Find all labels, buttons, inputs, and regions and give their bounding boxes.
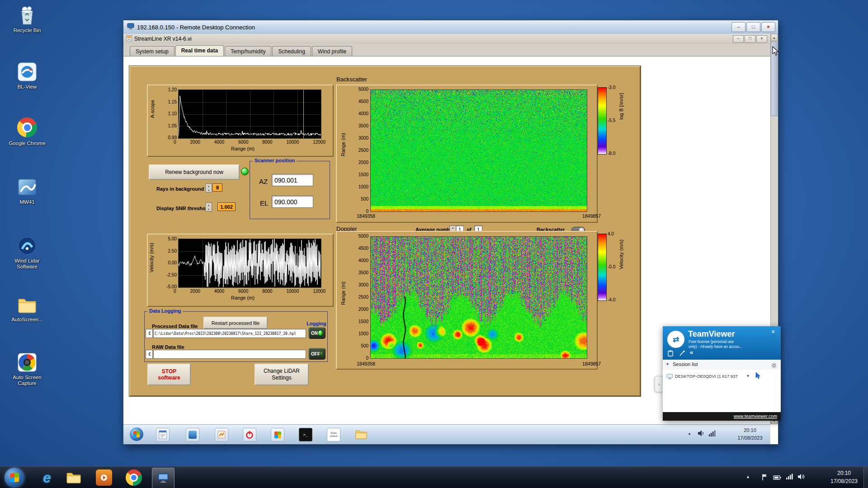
raw-logging-toggle[interactable]: OFF: [308, 348, 326, 360]
app-restore-button[interactable]: □: [745, 35, 755, 43]
app-close-button[interactable]: ×: [756, 35, 767, 43]
tab-strip: System setup Real time data Temp/humidit…: [123, 44, 778, 56]
desktop-icon-wind-lidar[interactable]: Wind Lidar Software: [6, 235, 48, 270]
logging-label: Logging: [307, 321, 326, 326]
data-logging-group: Data Logging Processed Data file Restart…: [144, 311, 328, 362]
start-button[interactable]: [5, 468, 24, 488]
host-taskbar: e ▲ 20:10 17/: [0, 466, 868, 488]
scanner-position-title: Scanner position: [253, 158, 297, 163]
teamviewer-session-list-row[interactable]: ▾ Session list: [663, 360, 781, 370]
ascope-xlabel: Range (m): [207, 146, 279, 151]
teamviewer-brand: TeamViewer: [688, 329, 735, 339]
teamviewer-close-icon[interactable]: ×: [771, 328, 775, 335]
backscatter-colorbar-label: log B [/m/sr]: [618, 93, 624, 120]
session-entry-label[interactable]: DESKTOP-OE0QDVI (1 817 937: [675, 374, 738, 379]
taskbar-chrome-icon[interactable]: [126, 469, 142, 486]
change-lidar-settings-button[interactable]: Change LiDAR Settings: [255, 364, 309, 385]
taskbar-clock[interactable]: 20:10 17/08/2023: [824, 469, 864, 485]
scanner-position-group: Scanner position AZ 090.001 EL 090.000: [250, 161, 330, 219]
tab-real-time-data[interactable]: Real time data: [175, 45, 224, 56]
rays-stepper[interactable]: ▲▼: [205, 183, 212, 192]
tray-network-icon[interactable]: [786, 474, 793, 482]
tab-scheduling[interactable]: Scheduling: [272, 46, 311, 56]
tray-flag-icon[interactable]: [761, 474, 768, 483]
velocity-yticks: 5.002.500.00-2.50-5.00: [160, 236, 177, 289]
el-value[interactable]: 090.000: [272, 196, 313, 208]
taskbar-rdp-active-button[interactable]: [152, 468, 175, 488]
rdp-close-button[interactable]: ×: [761, 22, 775, 32]
tick-label: 3500: [359, 123, 368, 128]
data-logging-title: Data Logging: [147, 308, 183, 314]
app-title: StreamLine XR v14-6.vi: [134, 36, 192, 42]
remote-tray-volume-icon[interactable]: [698, 430, 705, 439]
tick-label: 6000: [238, 289, 248, 294]
processed-drive-box[interactable]: C: [146, 329, 153, 338]
teamviewer-collapse-icons[interactable]: «: [690, 349, 693, 356]
teamviewer-collapse-tab[interactable]: ›: [655, 376, 663, 392]
tick-label: 4500: [359, 99, 368, 104]
remote-start-button[interactable]: [130, 427, 143, 441]
renew-background-button[interactable]: Renew background now: [149, 164, 240, 180]
remote-quicklaunch-blview-icon[interactable]: [186, 428, 199, 441]
desktop-icon-autoscreen-folder[interactable]: AutoScreen...: [6, 294, 48, 323]
tab-wind-profile[interactable]: Wind profile: [312, 46, 352, 56]
tray-battery-icon[interactable]: [773, 474, 781, 482]
rdp-titlebar[interactable]: 192.168.0.150 - Remote Desktop Connectio…: [123, 20, 778, 34]
tick-label: 3000: [359, 136, 368, 141]
teamviewer-brush-icon[interactable]: [679, 350, 685, 358]
show-desktop-button[interactable]: [863, 467, 868, 488]
desktop-icon-auto-screen-capture[interactable]: Auto Screen Capture: [6, 352, 48, 386]
tab-system-setup[interactable]: System setup: [130, 46, 175, 56]
velocity-chart: 5.002.500.00-2.50-5.00 Velocity (m/s) 02…: [147, 234, 334, 307]
doppler-colorbar: [598, 234, 607, 301]
remote-clock[interactable]: 20:10 17/08/2023: [733, 427, 767, 441]
session-list-gear-icon[interactable]: [771, 362, 777, 370]
tick-label: 12000: [313, 289, 326, 294]
remote-tray-up-arrow[interactable]: ▲: [688, 432, 691, 436]
desktop-icon-bl-view[interactable]: BL-View: [6, 61, 48, 90]
desktop-icon-recycle-bin[interactable]: Recycle Bin: [6, 5, 48, 33]
raw-path-field[interactable]: [153, 350, 306, 359]
remote-tray-network-icon[interactable]: [708, 430, 716, 439]
processed-logging-toggle[interactable]: ON: [308, 327, 326, 339]
remote-quicklaunch-folder-icon[interactable]: [355, 428, 368, 441]
raw-drive-box[interactable]: C: [146, 350, 153, 359]
tab-temp-humidity[interactable]: Temp/humidity: [225, 46, 271, 56]
stop-software-button[interactable]: STOP software: [147, 364, 191, 385]
raw-data-file-label: RAW Data file: [152, 344, 184, 350]
tray-volume-icon[interactable]: [797, 474, 805, 482]
app-minimize-button[interactable]: –: [733, 35, 744, 43]
taskbar-media-icon[interactable]: [96, 469, 112, 486]
rdp-maximize-button[interactable]: □: [746, 22, 760, 32]
rays-value[interactable]: 8: [212, 183, 222, 192]
processed-path-field[interactable]: C:\Lidar\Data\Proc\2023\202308\20230817\…: [153, 329, 306, 338]
taskbar-explorer-icon[interactable]: [66, 470, 81, 486]
remote-quicklaunch-wordpad-icon[interactable]: [156, 428, 170, 441]
rdp-minimize-button[interactable]: –: [731, 22, 745, 32]
restart-processed-file-button[interactable]: Restart processed file: [203, 317, 268, 329]
az-value[interactable]: 090.001: [272, 174, 313, 186]
tray-show-hidden-icons[interactable]: ▲: [746, 474, 750, 479]
renew-led-indicator: [241, 168, 249, 175]
app-titlebar[interactable]: StreamLine XR v14-6.vi – □ ×: [123, 34, 778, 44]
tick-label: 3000: [359, 282, 368, 287]
remote-quicklaunch-xp-icon[interactable]: [271, 428, 284, 441]
snr-stepper[interactable]: ▲▼: [205, 202, 212, 211]
remote-quicklaunch-shutdown-icon[interactable]: [243, 428, 256, 441]
chrome-icon: [16, 117, 38, 139]
remote-quicklaunch-app-icon[interactable]: [215, 428, 228, 441]
recycle-bin-icon: [16, 5, 38, 26]
session-list-chevron-icon[interactable]: ▾: [666, 361, 669, 366]
session-entry-dropdown-icon[interactable]: ▾: [747, 373, 749, 378]
backscatter-chart: 5000450040003500300025002000150010005000…: [336, 84, 598, 223]
teamviewer-clipboard-icon[interactable]: [667, 350, 674, 358]
snr-value[interactable]: 1.002: [217, 202, 236, 211]
desktop-icon-chrome[interactable]: Google Chrome: [6, 117, 48, 146]
remote-quicklaunch-cmd-icon[interactable]: >_: [299, 428, 312, 441]
scroll-up-arrow[interactable]: ▲: [771, 34, 778, 41]
desktop-icon-mw41[interactable]: MW41: [6, 176, 48, 205]
remote-quicklaunch-scan-sched-icon[interactable]: Scan sched: [327, 428, 340, 441]
change-line2: Settings: [272, 375, 291, 381]
taskbar-ie-icon[interactable]: e: [38, 469, 56, 487]
teamviewer-link[interactable]: www.teamviewer.com: [734, 414, 777, 419]
